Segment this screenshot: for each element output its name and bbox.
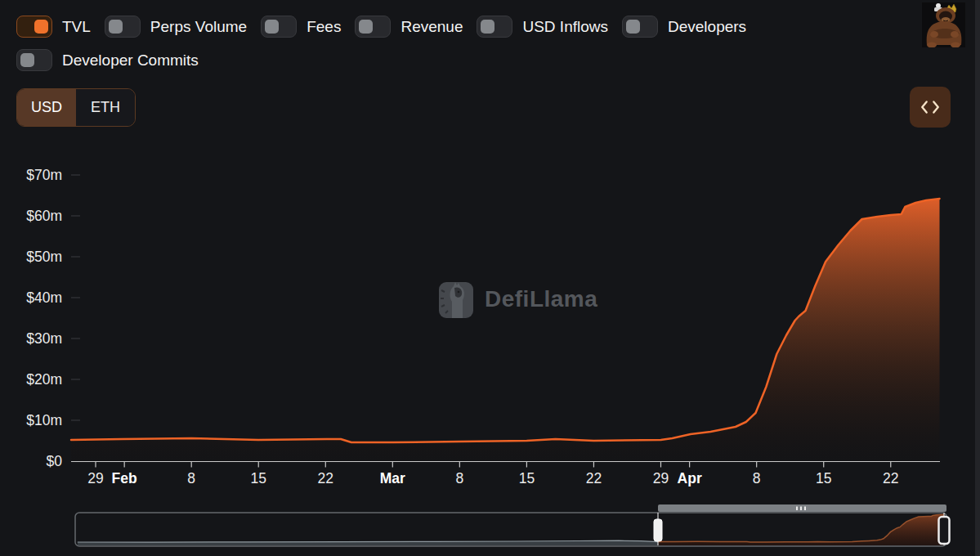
x-axis-label: Apr — [678, 470, 702, 486]
navigator-series — [78, 514, 944, 545]
navigator-window-area — [658, 514, 944, 545]
navigator-selection-bar[interactable] — [658, 504, 946, 512]
x-axis-label: 8 — [753, 470, 761, 486]
x-axis-label: Mar — [380, 470, 405, 486]
x-axis-label: 8 — [455, 470, 463, 486]
x-axis-label: 15 — [519, 470, 535, 486]
navigator-left-handle[interactable] — [654, 519, 662, 541]
navigator-right-handle[interactable] — [939, 517, 950, 544]
x-axis-label: 22 — [883, 470, 898, 486]
x-axis-label: 29 — [87, 470, 103, 486]
y-axis-label: $60m — [26, 208, 62, 224]
x-axis-label: 15 — [251, 470, 266, 486]
y-axis-label: $70m — [26, 167, 62, 183]
x-axis-label: 8 — [187, 470, 195, 486]
y-axis-label: $10m — [26, 412, 62, 428]
y-axis-label: $30m — [26, 330, 62, 347]
y-axis-label: $20m — [26, 371, 62, 388]
x-axis-label: 29 — [653, 470, 669, 486]
navigator-grip-icon — [796, 507, 806, 511]
y-axis-label: $0 — [47, 453, 63, 469]
y-axis-label: $40m — [26, 289, 62, 306]
y-axis-label: $50m — [26, 249, 62, 265]
x-axis-label: 15 — [816, 470, 831, 486]
x-axis-label: Feb — [112, 470, 137, 486]
plot-area[interactable] — [71, 159, 940, 461]
tvl-chart: $0$10m$20m$30m$40m$50m$60m$70m29Feb81522… — [0, 0, 980, 556]
navigator-chrome — [75, 504, 950, 546]
x-axis-label: 22 — [586, 470, 602, 486]
x-axis-label: 22 — [318, 470, 333, 486]
